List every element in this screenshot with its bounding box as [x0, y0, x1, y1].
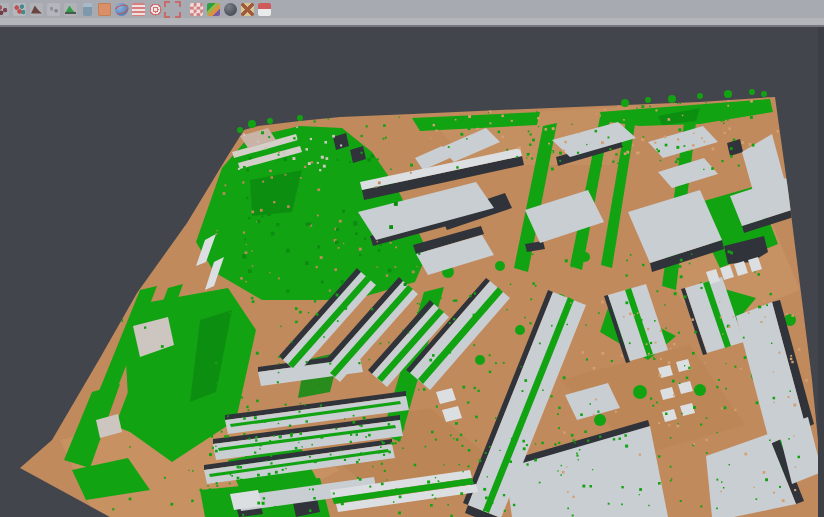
speckle-dot — [273, 435, 275, 437]
edge-trees-blob — [749, 89, 755, 95]
flag-tool-button[interactable] — [256, 1, 273, 18]
speckle-dot — [668, 424, 670, 426]
speckle-dot — [522, 390, 524, 392]
speckle-dot — [261, 216, 263, 218]
globe-3d-button[interactable] — [113, 1, 130, 18]
speckle-dot — [684, 145, 686, 147]
speckle-dot — [429, 121, 431, 123]
speckle-dot — [223, 192, 226, 195]
profile-view-button[interactable] — [79, 1, 96, 18]
speckle-dot — [516, 156, 518, 158]
speckle-dot — [510, 105, 512, 107]
speckle-dot — [263, 486, 266, 489]
clip-cross-icon — [241, 3, 254, 16]
speckle-dot — [651, 111, 654, 114]
speckle-dot — [359, 478, 362, 481]
speckle-dot — [323, 165, 326, 168]
terrain-dark-button[interactable] — [28, 1, 45, 18]
speckle-dot — [723, 487, 725, 489]
speckle-dot — [665, 413, 668, 416]
speckle-dot — [600, 165, 602, 167]
speckle-dot — [748, 312, 750, 314]
speckle-dot — [741, 141, 744, 144]
colormap-button[interactable] — [205, 1, 222, 18]
speckle-dot — [730, 251, 733, 254]
speckle-dot — [269, 170, 271, 172]
speckle-dot — [617, 163, 619, 165]
speckle-dot — [565, 259, 568, 262]
speckle-dot — [783, 97, 786, 100]
viewport-3d[interactable] — [0, 27, 824, 517]
selection-box-button[interactable] — [164, 1, 181, 18]
speckle-dot — [700, 424, 702, 426]
speckle-dot — [267, 212, 271, 216]
speckle-dot — [551, 325, 553, 327]
speckle-dot — [601, 352, 604, 355]
viewport-3d-canvas[interactable] — [0, 27, 824, 517]
speckle-dot — [693, 133, 695, 135]
terrain-green-button[interactable] — [62, 1, 79, 18]
speckle-dot — [577, 152, 579, 154]
grid-classify-button[interactable] — [188, 1, 205, 18]
speckle-dot — [320, 256, 323, 259]
speckle-dot — [358, 362, 360, 364]
speckle-dot — [236, 104, 239, 107]
speckle-dot — [222, 396, 224, 398]
speckle-dot — [684, 365, 685, 366]
points-cluster-red-button[interactable] — [0, 1, 11, 18]
speckle-dot — [273, 201, 275, 203]
ortho-view-button[interactable] — [96, 1, 113, 18]
speckle-dot — [276, 223, 279, 226]
speckle-dot — [284, 158, 287, 161]
speckle-dot — [160, 355, 162, 357]
speckle-dot — [447, 504, 449, 506]
target-circle-button[interactable] — [147, 1, 164, 18]
speckle-dot — [770, 293, 772, 295]
speckle-dot — [388, 451, 391, 454]
speckle-dot — [277, 381, 279, 383]
clip-cross-button[interactable] — [239, 1, 256, 18]
vegetation-blob — [580, 252, 590, 262]
speckle-dot — [237, 466, 240, 469]
speckle-dot — [538, 126, 539, 127]
speckle-dot — [304, 166, 306, 168]
speckle-dot — [313, 497, 316, 500]
speckle-dot — [230, 474, 232, 476]
speckle-dot — [704, 141, 706, 143]
speckle-dot — [210, 399, 211, 400]
sphere-shaded-button[interactable] — [222, 1, 239, 18]
speckle-dot — [231, 475, 233, 477]
speckle-dot — [342, 210, 345, 213]
speckle-dot — [317, 391, 319, 393]
speckle-dot — [652, 405, 654, 407]
speckle-dot — [320, 436, 323, 439]
speckle-dot — [353, 221, 358, 226]
speckle-dot — [411, 344, 413, 346]
speckle-dot — [359, 254, 361, 256]
speckle-dot — [380, 169, 382, 171]
speckle-dot — [335, 241, 338, 244]
speckle-dot — [217, 412, 219, 414]
speckle-dot — [534, 459, 537, 462]
speckle-dot — [705, 362, 706, 363]
speckle-dot — [727, 105, 729, 107]
speckle-dot — [503, 362, 505, 364]
speckle-dot — [791, 361, 793, 363]
speckle-dot — [790, 358, 792, 360]
speckle-dot — [758, 306, 761, 309]
speckle-dot — [728, 326, 730, 328]
speckle-dot — [632, 145, 634, 147]
speckle-dot — [763, 471, 766, 474]
speckle-dot — [217, 473, 218, 474]
speckle-dot — [522, 440, 525, 443]
points-sparse-button[interactable] — [45, 1, 62, 18]
speckle-dot — [252, 265, 254, 267]
speckle-dot — [215, 450, 218, 453]
speckle-dot — [576, 453, 578, 455]
speckle-dot — [395, 488, 397, 490]
speckle-dot — [560, 474, 562, 476]
speckle-dot — [418, 389, 419, 390]
layers-red-button[interactable] — [130, 1, 147, 18]
speckle-dot — [352, 421, 355, 424]
classified-points-button[interactable] — [11, 1, 28, 18]
